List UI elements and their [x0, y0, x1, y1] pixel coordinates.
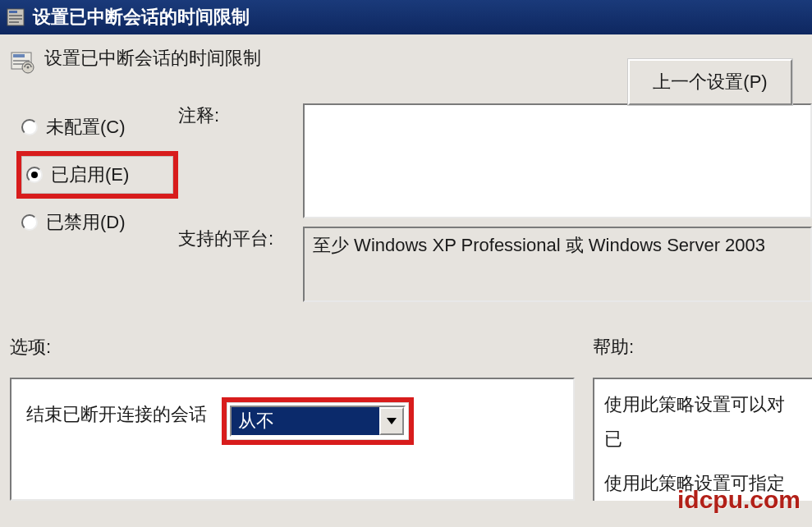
previous-setting-button[interactable]: 上一个设置(P)	[628, 59, 792, 105]
supported-text: 至少 Windows XP Professional 或 Windows Ser…	[313, 235, 765, 255]
window-icon	[5, 7, 26, 28]
radio-label: 已启用(E)	[51, 163, 129, 187]
svg-rect-2	[9, 15, 22, 16]
supported-platforms: 至少 Windows XP Professional 或 Windows Ser…	[303, 227, 812, 302]
options-section-label: 选项:	[10, 335, 593, 360]
radio-icon	[26, 167, 43, 183]
comment-label: 注释:	[178, 103, 287, 218]
supported-label: 支持的平台:	[178, 227, 287, 302]
radio-icon	[21, 119, 38, 135]
window-title: 设置已中断会话的时间限制	[33, 5, 250, 30]
title-bar: 设置已中断会话的时间限制	[0, 0, 812, 34]
comment-textarea[interactable]	[303, 103, 812, 218]
policy-icon	[10, 49, 34, 74]
radio-icon	[21, 214, 38, 231]
svg-rect-1	[9, 11, 17, 13]
options-panel: 结束已断开连接的会话 从不	[10, 378, 575, 501]
svg-rect-4	[9, 21, 19, 23]
help-line: 使用此策略设置可以对已	[604, 387, 802, 456]
help-section-label: 帮助:	[593, 335, 634, 360]
svg-rect-6	[13, 54, 25, 57]
svg-rect-3	[9, 18, 22, 20]
radio-label: 已禁用(D)	[46, 210, 126, 235]
chevron-down-icon	[379, 407, 404, 435]
radio-disabled[interactable]: 已禁用(D)	[16, 199, 178, 246]
help-line: 使用此策略设置可指定某	[604, 466, 802, 501]
radio-label: 未配置(C)	[46, 115, 126, 140]
end-session-label: 结束已断开连接的会话	[26, 397, 207, 427]
radio-enabled[interactable]: 已启用(E)	[16, 151, 178, 199]
end-session-combobox[interactable]: 从不	[230, 406, 406, 437]
radio-not-configured[interactable]: 未配置(C)	[16, 103, 178, 151]
svg-point-10	[27, 66, 30, 69]
combo-highlight: 从不	[222, 397, 414, 445]
combo-value: 从不	[232, 407, 379, 435]
help-panel: 使用此策略设置可以对已 使用此策略设置可指定某 长时间。默认情况下，远	[593, 378, 812, 501]
